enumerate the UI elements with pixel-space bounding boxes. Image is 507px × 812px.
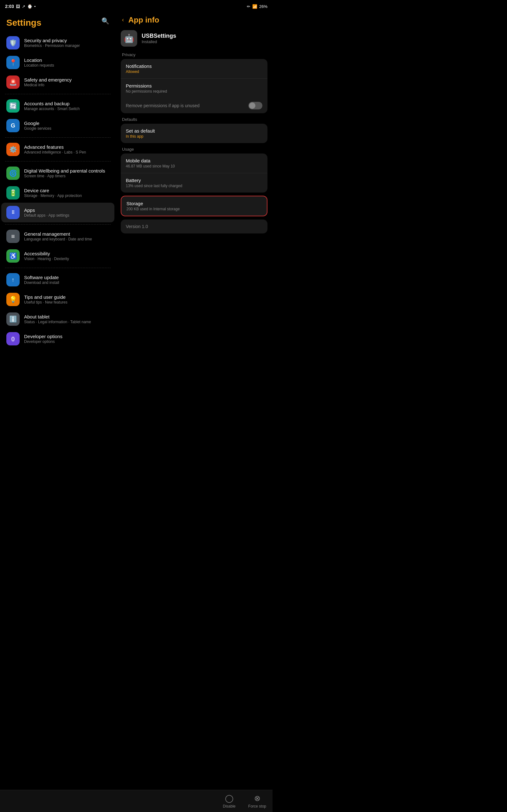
notifications-row[interactable]: Notifications Allowed xyxy=(121,59,268,78)
remove-permissions-label: Remove permissions if app is unused xyxy=(126,103,200,108)
developer-icon: {} xyxy=(6,332,20,345)
settings-item-software[interactable]: ↑ Software update Download and install xyxy=(1,270,114,290)
divider-2 xyxy=(5,137,111,138)
right-panel: ‹ App info 🤖 USBSettings Installed Priva… xyxy=(116,11,273,378)
software-title: Software update xyxy=(24,275,109,280)
location-title: Location xyxy=(24,57,109,63)
settings-item-tips[interactable]: 💡 Tips and user guide Useful tips · New … xyxy=(1,290,114,309)
settings-item-security[interactable]: 🛡️ Security and privacy Biometrics · Per… xyxy=(1,33,114,53)
apps-subtitle: Default apps · App settings xyxy=(24,213,109,217)
settings-item-accounts[interactable]: 🔄 Accounts and backup Manage accounts · … xyxy=(1,96,114,116)
left-panel: Settings 🔍 🛡️ Security and privacy Biome… xyxy=(0,11,116,378)
privacy-card: Notifications Allowed Permissions No per… xyxy=(121,59,268,113)
mobile-data-title: Mobile data xyxy=(126,158,262,163)
safety-icon: 🚨 xyxy=(6,75,20,89)
divider-1 xyxy=(5,94,111,94)
defaults-label: Defaults xyxy=(122,117,268,122)
accounts-title: Accounts and backup xyxy=(24,101,109,106)
general-subtitle: Language and keyboard · Date and time xyxy=(24,237,109,241)
advanced-title: Advanced features xyxy=(24,144,109,150)
safety-title: Safety and emergency xyxy=(24,77,109,83)
settings-title: Settings xyxy=(0,15,116,33)
set-as-default-title: Set as default xyxy=(126,128,262,134)
main-layout: Settings 🔍 🛡️ Security and privacy Biome… xyxy=(0,11,273,378)
battery-level: 26% xyxy=(259,4,268,9)
apps-icon: ⠿ xyxy=(6,206,20,219)
remove-permissions-row[interactable]: Remove permissions if app is unused xyxy=(121,98,268,113)
accessibility-subtitle: Vision · Hearing · Dexterity xyxy=(24,257,109,261)
storage-title: Storage xyxy=(126,201,262,206)
status-time: 2:03 xyxy=(5,4,14,9)
version-card: Version 1.0 xyxy=(121,219,268,234)
tips-subtitle: Useful tips · New features xyxy=(24,300,109,305)
about-icon: ℹ️ xyxy=(6,312,20,326)
settings-item-location[interactable]: 📍 Location Location requests xyxy=(1,53,114,72)
arrow-icon: ↗ xyxy=(22,4,25,9)
notifications-status: Allowed xyxy=(126,69,262,74)
settings-item-about[interactable]: ℹ️ About tablet Status · Legal informati… xyxy=(1,309,114,329)
app-installed-status: Installed xyxy=(142,39,176,44)
back-button[interactable]: ‹ xyxy=(121,15,125,24)
software-subtitle: Download and install xyxy=(24,281,109,285)
storage-subtitle: 200 KB used in Internal storage xyxy=(126,207,262,211)
set-as-default-row[interactable]: Set as default In this app xyxy=(121,124,268,143)
status-left: 2:03 🖼 ↗ ⌚ • xyxy=(5,4,36,9)
settings-item-accessibility[interactable]: ♿ Accessibility Vision · Hearing · Dexte… xyxy=(1,246,114,266)
settings-item-general[interactable]: ≡ General management Language and keyboa… xyxy=(1,226,114,246)
settings-item-advanced[interactable]: ⚙️ Advanced features Advanced intelligen… xyxy=(1,140,114,159)
toggle-knob xyxy=(249,102,256,109)
app-icon: 🤖 xyxy=(121,30,137,47)
settings-item-apps[interactable]: ⠿ Apps Default apps · App settings xyxy=(1,203,114,222)
tips-icon: 💡 xyxy=(6,293,20,306)
app-info-header: ‹ App info xyxy=(121,15,268,24)
divider-5 xyxy=(5,268,111,268)
tips-title: Tips and user guide xyxy=(24,294,109,300)
divider-4 xyxy=(5,224,111,224)
permissions-status: No permissions required xyxy=(126,89,262,94)
battery-subtitle: 13% used since last fully charged xyxy=(126,184,262,188)
advanced-subtitle: Advanced intelligence · Labs · S Pen xyxy=(24,150,109,154)
software-icon: ↑ xyxy=(6,273,20,287)
app-identity: 🤖 USBSettings Installed xyxy=(121,30,268,47)
photo-icon: 🖼 xyxy=(16,4,20,9)
mobile-data-row[interactable]: Mobile data 46.87 MB used since May 10 xyxy=(121,154,268,173)
edit-icon: ✏ xyxy=(247,4,250,9)
google-subtitle: Google services xyxy=(24,126,109,131)
wifi-icon: 📶 xyxy=(252,4,257,9)
settings-item-google[interactable]: G Google Google services xyxy=(1,116,114,136)
defaults-card: Set as default In this app xyxy=(121,124,268,143)
accounts-subtitle: Manage accounts · Smart Switch xyxy=(24,107,109,111)
battery-row[interactable]: Battery 13% used since last fully charge… xyxy=(121,173,268,193)
devicecare-subtitle: Storage · Memory · App protection xyxy=(24,194,109,198)
battery-title: Battery xyxy=(126,177,262,183)
storage-row[interactable]: Storage 200 KB used in Internal storage xyxy=(121,196,267,216)
search-icon[interactable]: 🔍 xyxy=(101,17,109,25)
apps-title: Apps xyxy=(24,207,109,213)
permissions-row[interactable]: Permissions No permissions required xyxy=(121,78,268,98)
notifications-title: Notifications xyxy=(126,63,262,69)
general-title: General management xyxy=(24,231,109,237)
status-right: ✏ 📶 26% xyxy=(247,4,268,9)
storage-card[interactable]: Storage 200 KB used in Internal storage xyxy=(121,196,268,216)
status-bar: 2:03 🖼 ↗ ⌚ • ✏ 📶 26% xyxy=(0,0,273,11)
wellbeing-title: Digital Wellbeing and parental controls xyxy=(24,168,109,173)
divider-3 xyxy=(5,161,111,161)
dot-icon: • xyxy=(34,4,36,9)
general-icon: ≡ xyxy=(6,230,20,243)
settings-item-safety[interactable]: 🚨 Safety and emergency Medical info xyxy=(1,72,114,92)
location-subtitle: Location requests xyxy=(24,63,109,67)
usage-label: Usage xyxy=(122,147,268,152)
accounts-icon: 🔄 xyxy=(6,99,20,113)
settings-item-developer[interactable]: {} Developer options Developer options xyxy=(1,329,114,349)
devicecare-title: Device care xyxy=(24,188,109,193)
wellbeing-icon: 🌀 xyxy=(6,166,20,180)
advanced-icon: ⚙️ xyxy=(6,143,20,156)
settings-item-devicecare[interactable]: 🔋 Device care Storage · Memory · App pro… xyxy=(1,183,114,203)
permissions-title: Permissions xyxy=(126,83,262,89)
version-text: Version 1.0 xyxy=(126,224,262,229)
settings-item-wellbeing[interactable]: 🌀 Digital Wellbeing and parental control… xyxy=(1,163,114,183)
security-subtitle: Biometrics · Permission manager xyxy=(24,44,109,48)
mobile-data-subtitle: 46.87 MB used since May 10 xyxy=(126,164,262,168)
set-as-default-subtitle: In this app xyxy=(126,134,262,139)
remove-permissions-toggle[interactable] xyxy=(248,102,262,109)
